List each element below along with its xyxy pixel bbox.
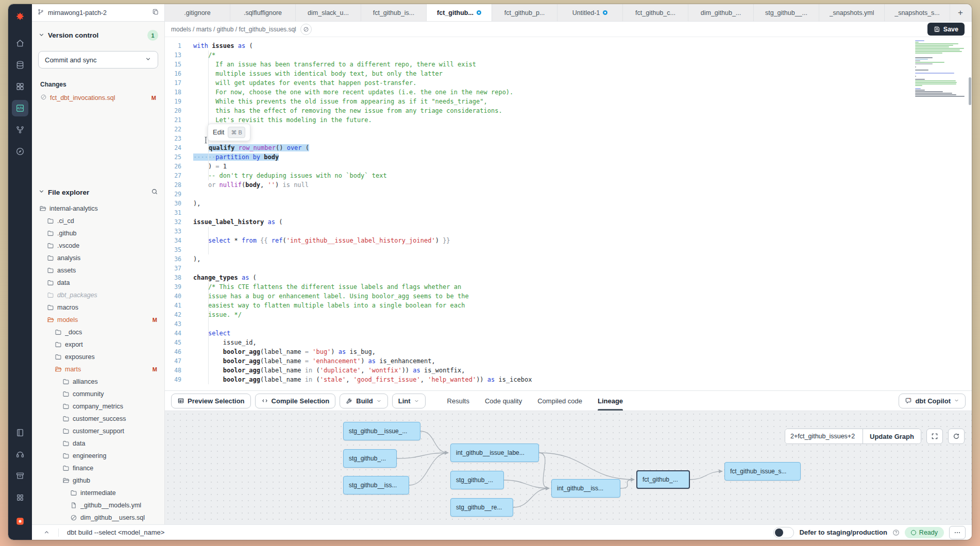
- tab-dim-github-[interactable]: dim_github_...: [688, 4, 754, 21]
- help-icon[interactable]: [892, 529, 900, 536]
- code-editor[interactable]: 1with issues as (13 /*15 If an issue has…: [165, 37, 972, 390]
- new-tab-button[interactable]: +: [950, 4, 971, 21]
- tab-fct-github-c-[interactable]: fct_github_c...: [623, 4, 688, 21]
- code-line-13[interactable]: 13 /*: [165, 50, 972, 60]
- code-line-24[interactable]: 24 qualify row_number() over (: [165, 143, 972, 152]
- code-line-33[interactable]: 33: [165, 227, 972, 236]
- rail-grid-small-button[interactable]: [12, 489, 28, 506]
- rail-grid-button[interactable]: [12, 78, 28, 95]
- save-button[interactable]: Save: [927, 23, 965, 36]
- commit-and-sync-button[interactable]: Commit and sync: [38, 51, 158, 69]
- copy-icon[interactable]: [152, 8, 159, 17]
- tree-item-company-metrics[interactable]: company_metrics: [32, 400, 164, 413]
- panel-tab-compiled-code[interactable]: Compiled code: [537, 391, 582, 411]
- search-icon[interactable]: [151, 188, 158, 197]
- changed-file-item[interactable]: fct_dbt_invocations.sql M: [38, 92, 158, 104]
- code-line-47[interactable]: 47 boolor_agg(label_name = 'enhancement'…: [165, 356, 972, 366]
- lineage-node-i2[interactable]: int_github__iss...: [551, 479, 620, 498]
- code-line-45[interactable]: 45 issue_id,: [165, 338, 972, 347]
- code-line-43[interactable]: 43: [165, 319, 972, 329]
- code-line-16[interactable]: 16 multiple issues with identical body t…: [165, 69, 972, 78]
- build-button[interactable]: Build: [340, 394, 388, 408]
- code-line-29[interactable]: 29: [165, 190, 972, 199]
- command-input[interactable]: dbt build --select <model_name>: [67, 528, 164, 536]
- code-line-1[interactable]: 1with issues as (: [165, 41, 972, 50]
- dbt-copilot-button[interactable]: dbt Copilot: [899, 394, 966, 408]
- code-line-38[interactable]: 38change_types as (: [165, 273, 972, 282]
- tab--snapshots-yml[interactable]: _snapshots.yml: [819, 4, 885, 21]
- panel-tab-results[interactable]: Results: [447, 391, 469, 411]
- rail-notebook-button[interactable]: [12, 424, 28, 441]
- minimap[interactable]: [915, 40, 967, 97]
- rail-compass-button[interactable]: [12, 143, 28, 160]
- tree-item-data[interactable]: data: [32, 277, 164, 289]
- tree-item-exposures[interactable]: exposures: [32, 351, 164, 363]
- tab-dim-slack-u-[interactable]: dim_slack_u...: [296, 4, 361, 21]
- lineage-node-f1[interactable]: fct_github_...: [636, 470, 690, 489]
- tree-item-finance[interactable]: finance: [32, 462, 164, 474]
- rail-ide-button[interactable]: [12, 100, 28, 116]
- lineage-node-s1[interactable]: stg_github__issue_...: [343, 422, 420, 440]
- defer-toggle[interactable]: [773, 527, 794, 538]
- tree-item-data[interactable]: data: [32, 437, 164, 450]
- code-line-40[interactable]: 40 issue has a bug or enhancement label.…: [165, 292, 972, 301]
- tree-item-dbt-packages[interactable]: dbt_packages: [32, 289, 164, 301]
- tree-item--ci-cd[interactable]: .ci_cd: [32, 215, 164, 227]
- tree-item-analysis[interactable]: analysis: [32, 252, 164, 264]
- code-line-21[interactable]: 21 Let's revisit this modeling in the fu…: [165, 115, 972, 125]
- tree-item-export[interactable]: export: [32, 338, 164, 351]
- lineage-node-s4[interactable]: stg_github_...: [450, 471, 504, 489]
- tree-item-customer-support[interactable]: customer_support: [32, 425, 164, 437]
- code-line-20[interactable]: 20 this has the effect of removing the n…: [165, 106, 972, 115]
- tree-item-macros[interactable]: macros: [32, 301, 164, 314]
- version-control-header[interactable]: Version control 1: [38, 30, 158, 41]
- lineage-node-s5[interactable]: stg_github__re...: [450, 498, 513, 517]
- tree-item-github[interactable]: github: [32, 474, 164, 487]
- rail-headset-button[interactable]: [12, 446, 28, 463]
- more-options-icon[interactable]: [949, 526, 966, 539]
- panel-tab-lineage[interactable]: Lineage: [598, 391, 623, 411]
- code-line-48[interactable]: 48 boolor_agg(label_name in ('duplicate'…: [165, 366, 972, 375]
- code-line-31[interactable]: 31: [165, 208, 972, 217]
- lineage-node-i1[interactable]: int_github__issue_labe...: [450, 443, 539, 462]
- tree-item-marts[interactable]: martsM: [32, 363, 164, 376]
- branch-header[interactable]: mirnawong1-patch-2: [32, 4, 165, 21]
- rail-database-button[interactable]: [12, 57, 28, 73]
- graph-selector-input[interactable]: [785, 429, 863, 443]
- tree-item-dim-github-users-sql[interactable]: dim_github__users.sql: [32, 511, 164, 524]
- lineage-node-s2[interactable]: stg_github_...: [343, 449, 397, 468]
- tab--gitignore[interactable]: .gitignore: [165, 4, 230, 21]
- tab--snapshots-s-[interactable]: _snapshots_s...: [885, 4, 950, 21]
- tree-item--docs[interactable]: _docs: [32, 326, 164, 338]
- rail-fork-button[interactable]: [12, 122, 28, 138]
- tree-item-community[interactable]: community: [32, 388, 164, 400]
- tab-fct-github-is-[interactable]: fct_github_is...: [361, 4, 427, 21]
- editor-scrollbar-thumb[interactable]: [969, 77, 971, 105]
- code-line-42[interactable]: 42 issue. */: [165, 310, 972, 319]
- tree-item--vscode[interactable]: .vscode: [32, 240, 164, 252]
- tree-item-customer-success[interactable]: customer_success: [32, 413, 164, 425]
- tree-item-alliances[interactable]: alliances: [32, 376, 164, 388]
- preview-selection-button[interactable]: Preview Selection: [171, 394, 251, 408]
- tree-item-engineering[interactable]: engineering: [32, 450, 164, 462]
- code-line-19[interactable]: 19 While this prevents the old issue fro…: [165, 97, 972, 106]
- tab-untitled-1[interactable]: Untitled-1: [557, 4, 623, 21]
- code-line-26[interactable]: 26 ) = 1: [165, 162, 972, 171]
- edit-context-widget[interactable]: Edit ⌘ B: [208, 124, 250, 141]
- tree-item-intermediate[interactable]: intermediate: [32, 487, 164, 499]
- lint-button[interactable]: Lint: [392, 394, 426, 408]
- lineage-node-s3[interactable]: stg_github__iss...: [343, 476, 409, 494]
- code-line-39[interactable]: 39 /* This CTE flattens the different is…: [165, 282, 972, 292]
- tab-fct-github-[interactable]: fct_github...: [427, 4, 492, 21]
- code-line-28[interactable]: 28 or nullif(body, '') is null: [165, 180, 972, 190]
- chevron-up-icon[interactable]: [43, 529, 50, 536]
- tree-item--github[interactable]: .github: [32, 227, 164, 240]
- code-line-17[interactable]: 17 will get updates for events that happ…: [165, 78, 972, 88]
- code-line-46[interactable]: 46 boolor_agg(label_name = 'bug') as is_…: [165, 347, 972, 356]
- code-line-30[interactable]: 30),: [165, 199, 972, 208]
- tree-item--github-models-yml[interactable]: _github__models.yml: [32, 499, 164, 511]
- code-line-18[interactable]: 18 For now, choose the one with more rec…: [165, 88, 972, 97]
- code-line-32[interactable]: 32issue_label_history as (: [165, 217, 972, 227]
- code-line-49[interactable]: 49 boolor_agg(label_name in ('stale', 'g…: [165, 375, 972, 384]
- code-line-44[interactable]: 44 select: [165, 329, 972, 338]
